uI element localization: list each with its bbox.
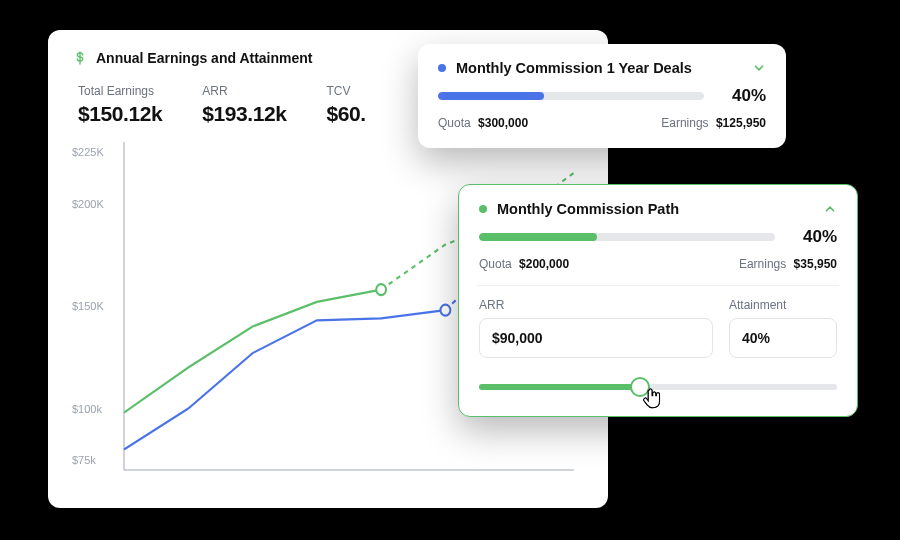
- page-title: Annual Earnings and Attainment: [96, 50, 313, 66]
- kpi-label: TCV: [326, 84, 365, 98]
- y-tick-label: $200K: [72, 198, 104, 210]
- commission-card-1year: Monthly Commission 1 Year Deals 40% Quot…: [418, 44, 786, 148]
- progress-bar: [438, 92, 704, 100]
- card-title: Monthly Commission Path: [497, 201, 813, 217]
- arr-label: ARR: [479, 298, 713, 312]
- arr-input[interactable]: [479, 318, 713, 358]
- y-tick-label: $150K: [72, 300, 104, 312]
- quota-stat: Quota $300,000: [438, 116, 528, 130]
- earnings-stat: Earnings $125,950: [661, 116, 766, 130]
- quota-stat: Quota $200,000: [479, 257, 569, 271]
- card-title: Monthly Commission 1 Year Deals: [456, 60, 742, 76]
- progress-bar: [479, 233, 775, 241]
- attainment-input[interactable]: [729, 318, 837, 358]
- series-bullet-icon: [479, 205, 487, 213]
- kpi-tcv: TCV $60.: [326, 84, 365, 126]
- kpi-value: $193.12k: [202, 102, 286, 126]
- earnings-stat: Earnings $35,950: [739, 257, 837, 271]
- svg-point-3: [440, 305, 450, 316]
- kpi-total-earnings: Total Earnings $150.12k: [78, 84, 162, 126]
- dollar-icon: [72, 50, 88, 66]
- y-tick-label: $75k: [72, 454, 96, 466]
- kpi-value: $150.12k: [78, 102, 162, 126]
- y-tick-label: $225K: [72, 146, 104, 158]
- commission-card-path: Monthly Commission Path 40% Quota $200,0…: [458, 184, 858, 417]
- progress-pct: 40%: [791, 227, 837, 247]
- kpi-arr: ARR $193.12k: [202, 84, 286, 126]
- attainment-label: Attainment: [729, 298, 837, 312]
- attainment-slider[interactable]: [479, 376, 837, 398]
- kpi-value: $60.: [326, 102, 365, 126]
- kpi-label: Total Earnings: [78, 84, 162, 98]
- chevron-up-icon[interactable]: [823, 202, 837, 216]
- kpi-label: ARR: [202, 84, 286, 98]
- series-bullet-icon: [438, 64, 446, 72]
- progress-pct: 40%: [720, 86, 766, 106]
- chevron-down-icon[interactable]: [752, 61, 766, 75]
- svg-point-2: [376, 284, 386, 295]
- y-tick-label: $100k: [72, 403, 102, 415]
